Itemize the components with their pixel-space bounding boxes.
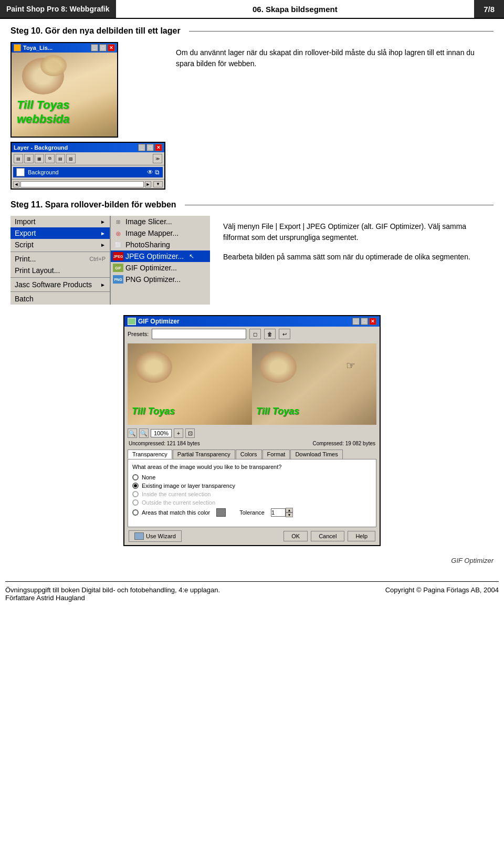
main-content: Steg 10. Gör den nya delbilden till ett … <box>0 19 504 577</box>
gif-toolbar-btn-1[interactable]: ◻ <box>249 329 261 339</box>
gif-window-buttons: _ □ ✕ <box>352 318 376 325</box>
psp-canvas-text: Till Toyaswebbsida <box>17 98 69 126</box>
gif-tab-download-times[interactable]: Download Times <box>290 449 342 459</box>
layer-toolbar-icon-3[interactable]: ▦ <box>35 154 44 163</box>
step10-text: Om du använnt lager när du skapat din ro… <box>176 42 494 190</box>
menu-wrapper: Import ► Export ► Script ► Print... Ctr <box>10 216 213 305</box>
menu-item-import[interactable]: Import ► <box>10 216 110 227</box>
menu-script-arrow: ► <box>100 242 106 248</box>
scroll-left-btn[interactable]: ◄ <box>13 181 19 187</box>
footer-left: Övningsuppgift till boken Digital bild- … <box>5 586 220 602</box>
radio-none-btn[interactable] <box>132 474 139 480</box>
menu-item-script[interactable]: Script ► <box>10 239 110 250</box>
hand-cursor-icon: ☞ <box>346 359 355 372</box>
gif-presets-combo[interactable] <box>152 329 246 339</box>
menu-item-jasc[interactable]: Jasc Software Products ► <box>10 279 110 290</box>
submenu-gif-optimizer[interactable]: GIF GIF Optimizer... <box>111 262 210 274</box>
gif-toolbar-btn-2[interactable]: 🗑 <box>264 329 276 339</box>
submenu-photosharing[interactable]: ⬜ PhotoSharing <box>111 239 210 250</box>
zoom-fit-button[interactable]: + <box>174 428 183 438</box>
gif-buttons: Use Wizard OK Cancel Help <box>124 527 380 545</box>
psp-title-icon: Toya_Lis... <box>14 44 52 51</box>
radio-outside-btn[interactable] <box>132 499 139 506</box>
footer-author-text: Författare Astrid Haugland <box>5 594 220 602</box>
psp-close-button[interactable]: ✕ <box>108 44 115 51</box>
zoom-in-button[interactable]: 🔍 <box>139 428 149 438</box>
gif-tab-format[interactable]: Format <box>262 449 290 459</box>
footer: Övningsuppgift till boken Digital bild- … <box>0 584 504 605</box>
use-wizard-button[interactable]: Use Wizard <box>129 530 182 542</box>
scrollbar-track[interactable] <box>20 181 144 187</box>
layer-item-background[interactable]: Background 👁 ⧉ <box>13 167 163 177</box>
radio-outside: Outside the current selection <box>132 499 372 506</box>
scroll-v-btn[interactable]: ▼ <box>153 181 163 187</box>
step11-dashes <box>185 205 494 205</box>
submenu-image-slicer[interactable]: ⊞ Image Slicer... <box>111 216 210 227</box>
menu-item-batch[interactable]: Batch <box>10 293 110 305</box>
color-swatch[interactable] <box>216 508 226 517</box>
layer-toolbar-icon-4[interactable]: ⧉ <box>45 154 55 163</box>
radio-existing-btn[interactable] <box>132 483 139 489</box>
submenu-png-optimizer[interactable]: PNG PNG Optimizer... <box>111 274 210 285</box>
step11-text: Välj menyn File | Export | JPEG Optimize… <box>223 216 494 305</box>
gif-close-button[interactable]: ✕ <box>369 318 376 325</box>
header-app-title: Paint Shop Pro 8: Webbgrafik <box>0 0 116 18</box>
gif-toolbar-btn-3[interactable]: ↩ <box>279 329 290 339</box>
header-chapter-title: 06. Skapa bildsegment <box>116 0 475 18</box>
radio-match-btn[interactable] <box>132 509 139 516</box>
gif-preview-optimized: Till Toyas ☞ <box>252 343 376 425</box>
psp-minimize-button[interactable]: _ <box>91 44 98 51</box>
menu-print-layout-label: Print Layout... <box>15 266 60 275</box>
step11-layout: Import ► Export ► Script ► Print... Ctr <box>10 216 494 305</box>
gif-maximize-button[interactable]: □ <box>361 318 368 325</box>
menu-item-print[interactable]: Print... Ctrl+P <box>10 253 110 265</box>
menu-item-export[interactable]: Export ► <box>10 227 110 239</box>
layer-toolbar-icon-7[interactable]: ≫ <box>153 154 162 163</box>
radio-inside: Inside the current selection <box>132 491 372 497</box>
layer-minimize-button[interactable]: _ <box>138 144 145 151</box>
header: Paint Shop Pro 8: Webbgrafik 06. Skapa b… <box>0 0 504 19</box>
tolerance-input[interactable] <box>271 508 286 517</box>
help-button[interactable]: Help <box>348 531 375 541</box>
radio-match-color: Areas that match this color Tolerance ▲ … <box>132 508 372 517</box>
scroll-right-btn[interactable]: ► <box>145 181 151 187</box>
gif-preview-img-optimized: Till Toyas ☞ <box>252 343 376 425</box>
psp-window-icon <box>14 44 21 51</box>
step10-heading: Steg 10. Gör den nya delbilden till ett … <box>10 26 494 36</box>
psp-titlebar: Toya_Lis... _ □ ✕ <box>12 43 117 53</box>
zoom-out-button[interactable]: 🔍 <box>128 428 137 438</box>
layer-maximize-button[interactable]: □ <box>146 144 154 151</box>
menu-simulation: Import ► Export ► Script ► Print... Ctr <box>10 216 213 305</box>
menu-sep-1 <box>10 252 110 252</box>
tolerance-arrows: ▲ ▼ <box>286 508 293 517</box>
ok-button[interactable]: OK <box>284 531 308 541</box>
radio-inside-btn[interactable] <box>132 491 139 497</box>
layer-visibility-icon: 👁 ⧉ <box>147 169 160 176</box>
zoom-actual-button[interactable]: ⊡ <box>185 428 195 438</box>
step10-dashes <box>189 31 494 32</box>
menu-import-arrow: ► <box>100 219 106 225</box>
layer-toolbar: ▤ ▥ ▦ ⧉ ▤ ▧ ≫ <box>12 152 164 165</box>
layer-close-button[interactable]: ✕ <box>155 144 162 151</box>
layer-toolbar-icon-5[interactable]: ▤ <box>56 154 65 163</box>
gif-uncompressed-stat: Uncompressed: 121 184 bytes <box>129 441 200 446</box>
gif-tab-transparency[interactable]: Transparency <box>128 449 172 459</box>
radio-existing-label: Existing image or layer transparency <box>142 483 235 489</box>
gif-tab-partial-transparency[interactable]: Partial Transparency <box>173 449 235 459</box>
psp-maximize-button[interactable]: □ <box>99 44 107 51</box>
tolerance-down-btn[interactable]: ▼ <box>286 513 293 517</box>
submenu-image-mapper[interactable]: ◎ Image Mapper... <box>111 227 210 239</box>
tolerance-up-btn[interactable]: ▲ <box>286 508 293 513</box>
layer-toolbar-icon-1[interactable]: ▤ <box>14 154 23 163</box>
layer-toolbar-icon-6[interactable]: ▧ <box>66 154 76 163</box>
menu-item-print-layout[interactable]: Print Layout... <box>10 265 110 276</box>
layer-window-buttons: _ □ ✕ <box>138 144 162 151</box>
cursor-icon: ↖ <box>189 253 194 260</box>
gif-preview-original: Till Toyas <box>128 343 252 425</box>
gif-minimize-button[interactable]: _ <box>352 318 360 325</box>
gif-preview-original-text: Till Toyas <box>132 406 175 417</box>
submenu-jpeg-optimizer[interactable]: JPEG JPEG Optimizer... ↖ <box>111 250 210 262</box>
gif-tab-colors[interactable]: Colors <box>236 449 262 459</box>
cancel-button[interactable]: Cancel <box>311 531 344 541</box>
layer-toolbar-icon-2[interactable]: ▥ <box>24 154 34 163</box>
